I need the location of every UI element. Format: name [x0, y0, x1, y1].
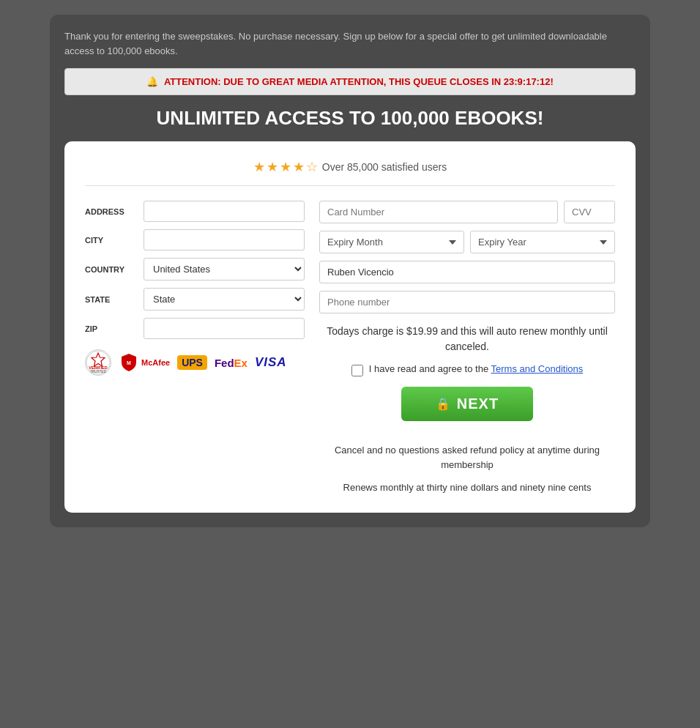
expiry-month-select[interactable]: Expiry Month 010203 040506 070809 101112 [319, 231, 464, 253]
agree-row: I have read and agree to the Terms and C… [319, 363, 615, 376]
charge-text: Todays charge is $19.99 and this will au… [319, 324, 615, 354]
outer-container: Thank you for entering the sweepstakes. … [50, 15, 650, 527]
country-select[interactable]: United States Canada United Kingdom Aust… [144, 258, 305, 281]
star-3: ★ [280, 159, 291, 175]
state-row: STATE State Alabama Alaska Arizona Calif… [85, 288, 305, 311]
star-1: ★ [253, 159, 265, 175]
zip-input[interactable] [144, 318, 305, 339]
star-4: ★ [293, 159, 305, 175]
renews-text: Renews monthly at thirty nine dollars an… [319, 480, 615, 495]
next-label: NEXT [457, 395, 499, 412]
star-rating: ★ ★ ★ ★ ☆ [253, 159, 318, 175]
trust-badges: VERIFIED TRUSTED M McAfee UPS [85, 349, 305, 376]
city-input[interactable] [144, 229, 305, 250]
fedex-fed: Fed [215, 357, 234, 369]
attention-prefix: ATTENTION: DUE TO GREAT MEDIA ATTENTION,… [164, 76, 501, 87]
next-btn-wrapper: 🔒 NEXT [319, 387, 615, 433]
card-number-input[interactable] [319, 201, 558, 223]
city-row: CITY [85, 229, 305, 250]
agree-checkbox[interactable] [351, 365, 363, 376]
white-card: ★ ★ ★ ★ ☆ Over 85,000 satisfied users AD… [64, 141, 636, 513]
right-column: Expiry Month 010203 040506 070809 101112… [319, 201, 615, 495]
stars-row: ★ ★ ★ ★ ☆ Over 85,000 satisfied users [85, 159, 615, 175]
verified-badge: VERIFIED TRUSTED [85, 349, 111, 376]
expiry-year-select[interactable]: Expiry Year 202420252026 202720282029 20… [470, 231, 615, 253]
agree-text: I have read and agree to the Terms and C… [369, 363, 583, 374]
terms-link[interactable]: Terms and Conditions [491, 363, 584, 374]
state-select[interactable]: State Alabama Alaska Arizona California … [144, 288, 305, 311]
zip-label: ZIP [85, 324, 144, 333]
ups-badge: UPS [177, 355, 207, 370]
left-column: ADDRESS CITY COUNTRY United States Canad… [85, 201, 305, 495]
country-label: COUNTRY [85, 265, 144, 274]
attention-bar: 🔔 ATTENTION: DUE TO GREAT MEDIA ATTENTIO… [64, 68, 636, 95]
name-input[interactable] [319, 261, 615, 283]
form-area: ADDRESS CITY COUNTRY United States Canad… [85, 201, 615, 495]
svg-text:M: M [127, 360, 131, 365]
star-5: ☆ [306, 159, 318, 175]
next-button[interactable]: 🔒 NEXT [401, 387, 533, 421]
address-label: ADDRESS [85, 207, 144, 216]
state-label: STATE [85, 295, 144, 304]
star-2: ★ [267, 159, 278, 175]
divider [85, 185, 615, 186]
intro-text: Thank you for entering the sweepstakes. … [64, 29, 636, 58]
mcafee-label: McAfee [141, 358, 170, 367]
card-row [319, 201, 615, 223]
address-input[interactable] [144, 201, 305, 222]
expiry-row: Expiry Month 010203 040506 070809 101112… [319, 231, 615, 253]
cancel-text: Cancel and no questions asked refund pol… [319, 443, 615, 472]
address-row: ADDRESS [85, 201, 305, 222]
phone-input[interactable] [319, 291, 615, 313]
bell-icon: 🔔 [146, 76, 158, 87]
page-title: UNLIMITED ACCESS TO 100,000 EBOOKS! [64, 107, 636, 130]
fedex-ex: Ex [234, 357, 247, 369]
zip-row: ZIP [85, 318, 305, 339]
mcafee-badge: M McAfee [119, 352, 170, 373]
visa-badge: VISA [255, 355, 287, 370]
city-label: CITY [85, 236, 144, 245]
cvv-input[interactable] [564, 201, 615, 223]
fedex-badge: FedEx [215, 357, 247, 369]
satisfied-users-text: Over 85,000 satisfied users [322, 161, 447, 173]
countdown-timer: 23:9:17:12! [504, 76, 554, 87]
svg-text:TRUSTED: TRUSTED [90, 370, 106, 374]
country-row: COUNTRY United States Canada United King… [85, 258, 305, 281]
lock-icon: 🔒 [436, 397, 451, 411]
